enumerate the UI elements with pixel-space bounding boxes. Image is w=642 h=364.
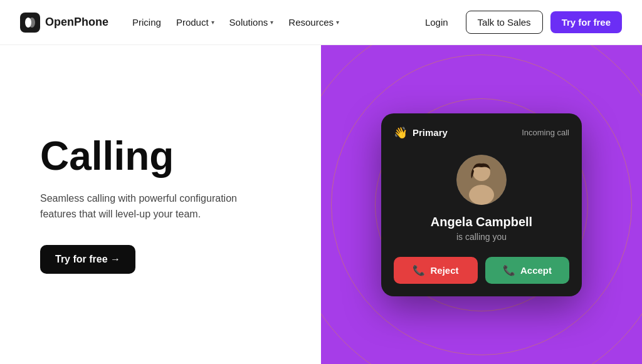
navbar: OpenPhone Pricing Product ▾ Solutions ▾ … xyxy=(0,0,642,45)
hero-cta-button[interactable]: Try for free → xyxy=(40,245,135,274)
reject-label: Reject xyxy=(430,265,458,276)
nav-links: Pricing Product ▾ Solutions ▾ Resources … xyxy=(126,12,345,33)
hero-left-panel: Calling Seamless calling with powerful c… xyxy=(0,45,321,364)
talk-to-sales-button[interactable]: Talk to Sales xyxy=(466,11,543,34)
nav-resources[interactable]: Resources ▾ xyxy=(282,12,345,33)
reject-button[interactable]: 📞 Reject xyxy=(394,257,478,284)
caller-avatar-container xyxy=(394,155,569,205)
product-chevron-icon: ▾ xyxy=(211,19,214,26)
caller-status: is calling you xyxy=(394,232,569,242)
try-for-free-nav-button[interactable]: Try for free xyxy=(550,11,622,33)
incoming-call-card: 👋 Primary Incoming call xyxy=(381,113,582,296)
incoming-call-text: Incoming call xyxy=(522,128,569,137)
caller-name: Angela Campbell xyxy=(394,215,569,229)
nav-right: Login Talk to Sales Try for free xyxy=(415,11,622,34)
avatar-image xyxy=(456,155,507,205)
solutions-chevron-icon: ▾ xyxy=(270,19,273,26)
login-button[interactable]: Login xyxy=(415,12,458,33)
accept-phone-icon: 📞 xyxy=(503,264,515,276)
call-actions: 📞 Reject 📞 Accept xyxy=(394,257,569,284)
hero-right-panel: 👋 Primary Incoming call xyxy=(321,45,642,364)
workspace-name: Primary xyxy=(413,127,448,138)
logo[interactable]: OpenPhone xyxy=(20,13,108,33)
reject-phone-icon: 📞 xyxy=(413,264,425,276)
resources-chevron-icon: ▾ xyxy=(336,19,339,26)
nav-solutions[interactable]: Solutions ▾ xyxy=(223,12,280,33)
openphone-logo-icon xyxy=(20,13,40,33)
main-content: Calling Seamless calling with powerful c… xyxy=(0,45,642,364)
nav-left: OpenPhone Pricing Product ▾ Solutions ▾ … xyxy=(20,12,345,33)
logo-text: OpenPhone xyxy=(45,16,108,29)
caller-avatar xyxy=(456,155,507,205)
workspace-emoji: 👋 xyxy=(394,126,408,140)
workspace-label: 👋 Primary xyxy=(394,126,448,140)
hero-subtext: Seamless calling with powerful configura… xyxy=(40,190,253,222)
svg-point-5 xyxy=(469,185,494,205)
card-header: 👋 Primary Incoming call xyxy=(394,126,569,140)
nav-product[interactable]: Product ▾ xyxy=(170,12,221,33)
accept-label: Accept xyxy=(520,265,552,276)
svg-point-2 xyxy=(29,18,35,28)
accept-button[interactable]: 📞 Accept xyxy=(485,257,569,284)
hero-heading: Calling xyxy=(40,135,281,177)
nav-pricing[interactable]: Pricing xyxy=(126,12,167,33)
